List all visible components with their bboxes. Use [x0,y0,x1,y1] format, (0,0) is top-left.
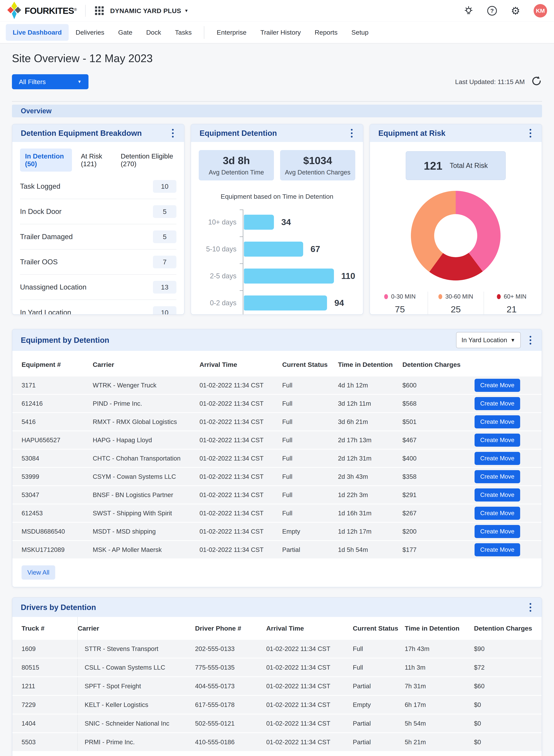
cell-carrier: SPFT - Spot Freight [78,683,195,690]
cell-truck: 5503 [21,733,78,751]
bar-row: 5-10 days 67 [243,236,355,263]
cell-status: Full [282,455,338,462]
create-move-button[interactable]: Create Move [475,415,520,428]
bar-5-10-days [244,241,303,257]
cell-carrier: BNSF - BN Logistics Partner [93,491,200,499]
nav-tab-deliveries[interactable]: Deliveries [69,24,111,41]
cell-status: Partial [353,683,405,690]
col-driver-phone: Driver Phone # [195,617,266,640]
overview-section-header[interactable]: Overview [12,105,542,117]
nav-tab-gate[interactable]: Gate [111,24,139,41]
app-switcher-caret-icon[interactable]: ▼ [184,8,188,13]
nav-tab-setup[interactable]: Setup [344,24,376,41]
kite-logo-icon [7,2,21,20]
tips-lightbulb-icon[interactable] [463,5,474,16]
create-move-button[interactable]: Create Move [475,507,520,520]
cell-phone: 775-555-0135 [195,664,266,671]
breakdown-value: 13 [153,281,176,293]
app-grid-icon[interactable] [94,5,105,16]
settings-gear-icon[interactable]: ⚙ [510,5,521,16]
card-title: Detention Equipment Breakdown [21,129,142,138]
top-bar: FOURKITES® DYNAMIC YARD PLUS ▼ [0,0,554,21]
cell-phone: 617-555-0178 [195,701,266,708]
card-menu-kebab-icon[interactable] [528,127,533,140]
panel-menu-kebab-icon[interactable] [528,601,533,614]
cell-time: 11h 3m [405,664,474,671]
legend-value: 25 [451,304,461,315]
create-move-button[interactable]: Create Move [475,525,520,538]
view-all-button[interactable]: View All [21,565,55,580]
table-row: 80515 CSLL - Cowan Systems LLC 775-555-0… [12,658,542,677]
table-row: MSDU8686540 MSDT - MSD shipping 01-02-20… [12,523,542,541]
equipment-table-header: Equipment # Carrier Arrival Time Current… [12,351,542,376]
col-time-in-detention: Time in Detention [405,617,474,640]
cell-time: 2d 3h 43m [338,473,402,480]
total-at-risk-label: Total At Risk [450,162,488,170]
create-move-button[interactable]: Create Move [475,379,520,392]
cell-equipment: MSKU1712089 [21,546,93,553]
stat-value: 3d 8h [223,155,250,166]
cell-equipment: 612416 [21,400,93,407]
cell-equipment: MSDU8686540 [21,528,93,535]
tab-detention-eligible[interactable]: Detention Eligible (270) [121,152,177,168]
nav-tab-reports[interactable]: Reports [308,24,344,41]
breakdown-row: Unassigned Location 13 [20,275,176,300]
table-row: MSKU1712089 MSK - AP Moller Maersk 01-02… [12,541,542,559]
card-menu-kebab-icon[interactable] [349,127,354,140]
help-icon[interactable]: ? [487,5,497,16]
table-row: 612453 SWST - Shipping With Spirit 01-02… [12,504,542,523]
table-row: 5416 RMXT - RMX Global Logistics 01-02-2… [12,413,542,431]
breakdown-label: Unassigned Location [20,283,87,291]
create-move-button[interactable]: Create Move [475,434,520,447]
col-current-status: Current Status [282,351,338,376]
col-truck: Truck # [21,617,78,640]
panel-title: Equipment by Detention [21,336,109,344]
nav-tab-enterprise[interactable]: Enterprise [210,24,253,41]
bar-0-2-days [244,295,327,311]
all-filters-button[interactable]: All Filters ▼ [12,74,89,89]
select-caret-icon: ▼ [510,337,515,343]
table-row: 612416 PIND - Prime Inc. 01-02-2022 11:3… [12,395,542,413]
cell-arrival: 01-02-2022 11:34 CST [200,400,282,407]
create-move-button[interactable]: Create Move [475,488,520,501]
cell-truck: 1211 [21,677,78,695]
table-row: HAPU656527 HAPG - Hapag Lloyd 01-02-2022… [12,431,542,449]
nav-tab-live-dashboard[interactable]: Live Dashboard [6,24,69,41]
cell-time: 7h 31m [405,683,474,690]
page-title: Site Overview - 12 May 2023 [12,44,542,65]
cell-carrier: STTR - Stevens Transport [78,645,195,652]
cell-time: 3d 6h 21m [338,418,402,426]
nav-tab-trailer-history[interactable]: Trailer History [253,24,308,41]
cell-time: 4d 1h 12m [338,382,402,389]
create-move-button[interactable]: Create Move [475,397,520,410]
location-filter-select[interactable]: In Yard Location ▼ [456,332,521,348]
create-move-button[interactable]: Create Move [475,452,520,465]
bar-value-label: 94 [334,298,344,308]
create-move-button[interactable]: Create Move [475,470,520,483]
cell-time: 3d 12h 11m [338,400,402,407]
donut-legend: 0-30 MIN 75 30-60 MIN 25 60+ MIN 21 [370,291,542,315]
card-menu-kebab-icon[interactable] [170,127,176,140]
breakdown-value: 5 [153,205,176,218]
detention-equipment-breakdown-card: Detention Equipment Breakdown In Detenti… [12,124,184,315]
app-switcher-label[interactable]: DYNAMIC YARD PLUS [110,7,181,15]
cell-arrival: 01-02-2022 11:34 CST [266,701,353,708]
tab-in-detention[interactable]: In Detention (50) [20,149,72,172]
cell-time: 2d 12h 31m [338,455,402,462]
legend-item-30-60: 30-60 MIN 25 [428,291,484,315]
create-move-button[interactable]: Create Move [475,543,520,556]
nav-tab-dock[interactable]: Dock [139,24,168,41]
panel-menu-kebab-icon[interactable] [528,334,533,346]
refresh-icon[interactable] [531,75,542,88]
tab-at-risk[interactable]: At Risk (121) [81,152,112,168]
cell-carrier: MSK - AP Moller Maersk [93,546,200,553]
user-avatar[interactable]: KM [534,4,547,17]
cell-carrier: MSDT - MSD shipping [93,528,200,535]
nav-tab-tasks[interactable]: Tasks [168,24,199,41]
cell-charges: $0 [474,739,542,746]
cell-arrival: 01-02-2022 11:34 CST [266,664,353,671]
cell-carrier: SNIC - Schneider National Inc [78,720,195,727]
col-detention-charges: Detention Charges [474,617,542,640]
cell-arrival: 01-02-2022 11:34 CST [200,382,282,389]
registered-mark: ® [74,7,77,11]
